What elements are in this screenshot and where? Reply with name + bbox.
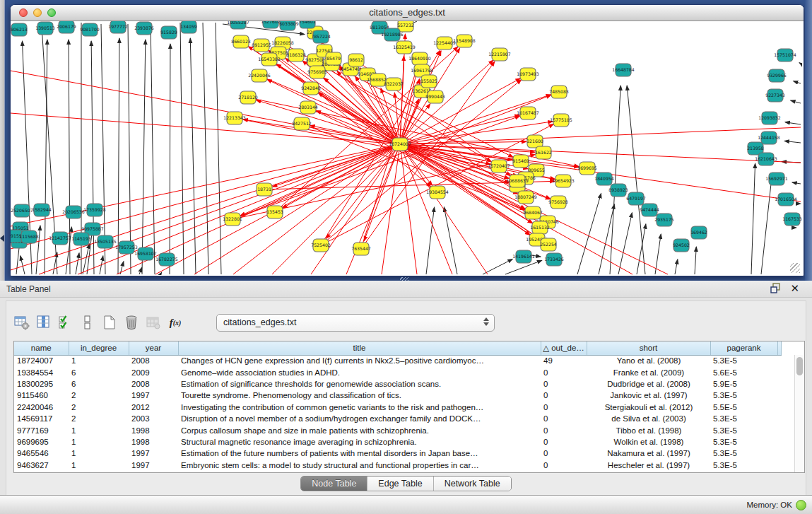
- citation-edge-black[interactable]: [675, 259, 678, 274]
- graph-node[interactable]: 16958107: [134, 247, 157, 260]
- graph-node[interactable]: 2935175: [654, 214, 674, 226]
- citation-edge-black[interactable]: [20, 256, 25, 274]
- citation-edge-red[interactable]: [400, 144, 417, 274]
- graph-node[interactable]: 169462: [690, 226, 707, 239]
- network-window-titlebar[interactable]: citations_edges.txt: [11, 5, 804, 21]
- citation-edge-black[interactable]: [618, 213, 632, 274]
- citation-edge-black[interactable]: [784, 141, 801, 143]
- window-resize-grip[interactable]: [790, 263, 800, 273]
- graph-node[interactable]: 19384554: [426, 186, 449, 199]
- graph-node[interactable]: 754601: [299, 21, 316, 28]
- graph-node[interactable]: 915829: [160, 26, 177, 39]
- column-header-pagerank[interactable]: pagerank: [710, 341, 777, 355]
- citation-edge-red[interactable]: [272, 144, 400, 187]
- graph-node[interactable]: 8186328: [286, 49, 306, 62]
- table-row[interactable]: 1938455462009Genome–wide association stu…: [14, 366, 781, 378]
- graph-node[interactable]: 16210643: [755, 153, 777, 165]
- citation-edge-black[interactable]: [142, 40, 146, 274]
- graph-node[interactable]: 9081700: [80, 23, 100, 36]
- graph-node[interactable]: 9699695: [577, 162, 597, 175]
- table-mode-icon[interactable]: [13, 314, 30, 331]
- citation-edge-black[interactable]: [139, 267, 142, 274]
- graph-node[interactable]: 1167533: [782, 213, 802, 226]
- citation-edge-black[interactable]: [444, 207, 457, 274]
- graph-node[interactable]: 9756985: [307, 66, 327, 78]
- graph-node[interactable]: 1615132: [530, 221, 550, 234]
- citation-edge-red[interactable]: [400, 144, 801, 163]
- column-header-short[interactable]: short: [587, 341, 710, 355]
- graph-node[interactable]: 1977772: [108, 21, 128, 33]
- select-rows-icon[interactable]: [57, 314, 74, 331]
- column-header-△ out_de…[interactable]: △ out_de…: [541, 341, 587, 355]
- table-row[interactable]: 1830029562008Estimation of significance …: [14, 378, 781, 390]
- table-scrollbar-thumb[interactable]: [796, 357, 803, 375]
- graph-node[interactable]: 12093832: [758, 112, 781, 124]
- table-row[interactable]: 2242004622012Investigating the contribut…: [14, 402, 781, 413]
- graph-node[interactable]: 10973493: [517, 68, 539, 81]
- citation-edge-black[interactable]: [785, 122, 801, 124]
- citation-edge-red[interactable]: [256, 100, 400, 144]
- graph-node[interactable]: 915469: [512, 155, 529, 168]
- citation-edge-black[interactable]: [118, 38, 119, 274]
- graph-node[interactable]: 7635447: [351, 243, 371, 255]
- show-columns-icon[interactable]: [35, 314, 52, 331]
- citation-edge-black[interactable]: [695, 247, 696, 274]
- citation-edge-red[interactable]: [272, 144, 400, 274]
- graph-node[interactable]: 8938923: [608, 184, 628, 197]
- graph-node[interactable]: 9474444: [640, 204, 659, 216]
- table-row[interactable]: 977716911998Corpus callosum shape and si…: [14, 424, 781, 436]
- graph-node[interactable]: 1322801: [223, 213, 242, 226]
- graph-node[interactable]: 2393876: [134, 22, 154, 35]
- citation-edge-black[interactable]: [751, 163, 755, 274]
- graph-node[interactable]: 924502: [673, 239, 690, 252]
- graph-node[interactable]: 11548908: [453, 35, 476, 47]
- graph-node[interactable]: 9990443: [425, 90, 445, 103]
- graph-node[interactable]: 806213: [11, 23, 28, 36]
- table-row[interactable]: 946554611997Estimation of the future num…: [14, 448, 781, 459]
- graph-node[interactable]: 18731: [257, 183, 272, 196]
- table-row[interactable]: 911546021997Tourette syndrome. Phenomeno…: [14, 390, 781, 401]
- graph-node[interactable]: 1582944: [32, 204, 52, 216]
- graph-node[interactable]: 8660123: [231, 35, 251, 48]
- graph-node[interactable]: 8322037: [384, 78, 404, 90]
- graph-node[interactable]: 19654923: [552, 175, 575, 187]
- network-graph[interactable]: 8660123891295518226058982750316543382818…: [11, 21, 802, 275]
- graph-node[interactable]: 7485083: [549, 86, 569, 98]
- citation-edge-black[interactable]: [76, 253, 79, 274]
- graph-node[interactable]: 1390513: [35, 22, 55, 35]
- network-window[interactable]: citations_edges.txt 86601238912955182260…: [10, 4, 804, 276]
- network-table-selector[interactable]: citations_edges.txt: [216, 314, 495, 332]
- citation-edge-black[interactable]: [799, 63, 801, 64]
- citation-edge-red[interactable]: [78, 144, 400, 274]
- graph-node[interactable]: 98612: [348, 54, 364, 66]
- graph-node[interactable]: 15692971: [765, 173, 788, 185]
- table-row[interactable]: 1872400712008Changes of HCN gene express…: [14, 355, 781, 366]
- citation-edge-red[interactable]: [194, 144, 400, 274]
- column-header-year[interactable]: year: [129, 341, 178, 355]
- citation-edge-black[interactable]: [180, 23, 184, 274]
- citation-edge-black[interactable]: [577, 194, 601, 274]
- citation-edge-black[interactable]: [793, 81, 801, 83]
- tab-network-table[interactable]: Network Table: [434, 477, 511, 491]
- citation-edge-red[interactable]: [364, 144, 400, 241]
- column-header-title[interactable]: title: [178, 341, 541, 355]
- citation-edge-black[interactable]: [128, 24, 131, 274]
- collapse-west-panel-arrow[interactable]: [0, 235, 4, 242]
- citation-edge-black[interactable]: [170, 44, 170, 274]
- graph-node[interactable]: 12215907: [488, 48, 511, 61]
- graph-node[interactable]: 161622: [535, 146, 552, 159]
- graph-node[interactable]: 16648784: [612, 64, 635, 76]
- graph-node[interactable]: 1733426: [544, 253, 564, 266]
- network-canvas[interactable]: 8660123891295518226058982750316543382818…: [11, 21, 802, 275]
- graph-node[interactable]: 10055287: [227, 21, 249, 29]
- graph-node[interactable]: 9227343: [765, 89, 785, 102]
- function-builder-icon[interactable]: f(x): [167, 314, 184, 331]
- graph-node[interactable]: 9756928: [548, 196, 568, 209]
- graph-node[interactable]: 15751074: [774, 49, 796, 62]
- graph-node[interactable]: 13505135: [94, 235, 117, 248]
- graph-node[interactable]: 134059: [180, 21, 197, 33]
- graph-node[interactable]: 14196141: [512, 250, 535, 263]
- graph-node[interactable]: 9329966: [767, 69, 787, 82]
- tab-edge-table[interactable]: Edge Table: [367, 477, 433, 491]
- graph-node[interactable]: 7857224: [311, 30, 331, 43]
